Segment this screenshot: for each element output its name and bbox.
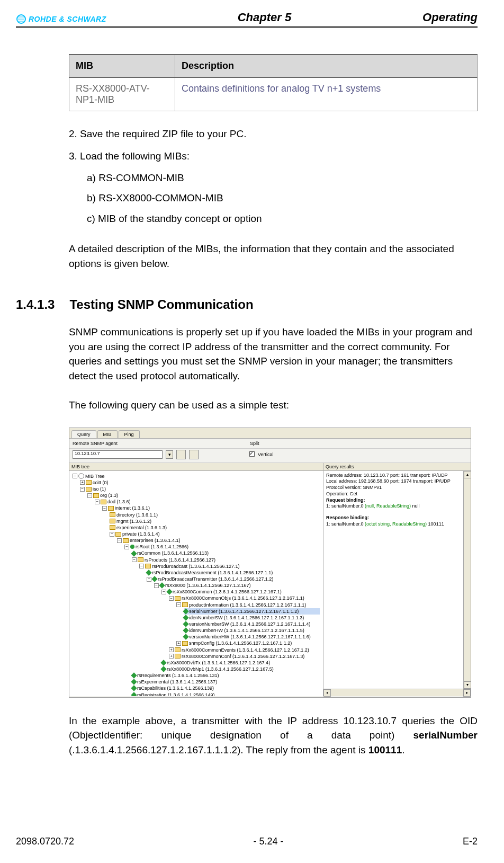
leaf-icon <box>159 583 165 589</box>
ip-dropdown-icon[interactable]: ▾ <box>166 450 173 459</box>
query-results-pane: Query results ▴ ▾ Remote address: 10.123… <box>323 463 471 696</box>
toolbar-button-1[interactable] <box>176 450 186 459</box>
node-icon <box>130 545 134 549</box>
folder-icon <box>93 493 99 498</box>
leaf-icon <box>183 628 188 634</box>
steps-list: 2. Save the required ZIP file to your PC… <box>69 126 478 227</box>
folder-icon <box>138 557 143 562</box>
folder-icon <box>145 564 151 568</box>
section-title: Testing SNMP Communication <box>69 297 253 312</box>
tab-mib[interactable]: MIB <box>97 430 118 438</box>
mib-cell: RS-XX8000-ATV-NP1-MIB <box>69 77 175 111</box>
mib-note: A detailed description of the MIBs, the … <box>69 242 478 271</box>
snmp-intro: SNMP communications is properly set up i… <box>69 325 478 383</box>
chapter-label: Chapter 5 <box>238 11 291 24</box>
leaf-icon <box>131 686 137 691</box>
desc-cell: Contains definitions for analog TV n+1 s… <box>175 77 478 111</box>
tab-ping[interactable]: Ping <box>119 430 140 438</box>
vertical-checkbox[interactable] <box>249 451 255 457</box>
horizontal-scrollbar[interactable]: ◂ ▸ <box>323 689 471 696</box>
step-2: 2. Save the required ZIP file to your PC… <box>69 126 478 142</box>
folder-icon <box>175 647 181 652</box>
desc-col-header: Description <box>175 55 478 77</box>
folder-icon <box>115 532 121 537</box>
mib-tree-pane: MIB tree − MIB Tree + ccitt (0) − iso (1… <box>69 463 323 696</box>
scroll-left-icon[interactable]: ◂ <box>323 689 331 697</box>
scroll-right-icon[interactable]: ▸ <box>463 689 471 697</box>
leaf-icon <box>160 666 166 672</box>
footer-left: 2098.0720.72 <box>16 836 74 847</box>
leaf-icon <box>131 692 137 696</box>
test-intro: The following query can be used as a sim… <box>69 398 478 413</box>
leaf-icon <box>131 550 137 556</box>
step-3b: b) RS-XX8000-COMMON-MIB <box>87 190 478 206</box>
query-results-header: Query results <box>323 463 471 471</box>
folder-icon <box>86 487 92 492</box>
leaf-icon <box>183 621 188 627</box>
folder-icon <box>110 519 115 523</box>
folder-icon <box>110 512 115 517</box>
toolbar-button-2[interactable] <box>189 450 199 459</box>
folder-icon <box>182 602 188 607</box>
mib-table: MIB Description RS-XX8000-ATV-NP1-MIB Co… <box>69 54 478 111</box>
tab-query[interactable]: Query <box>71 430 96 438</box>
split-label: Split <box>250 441 259 446</box>
snmp-app-window: Query MIB Ping Remote SNMP agent Split 1… <box>69 428 471 698</box>
mib-tree-header: MIB tree <box>69 463 323 471</box>
brand-icon <box>16 14 26 24</box>
query-results-body: ▴ ▾ Remote address: 10.123.10.7 port: 16… <box>323 471 471 689</box>
vertical-label: Vertical <box>258 452 274 457</box>
footer-center: - 5.24 - <box>254 836 284 847</box>
step-3: 3. Load the following MIBs: a) RS-COMMON… <box>69 148 478 227</box>
folder-icon <box>123 538 129 543</box>
folder-icon <box>86 480 92 485</box>
folder-icon <box>182 641 188 646</box>
leaf-icon <box>131 679 137 685</box>
footer-right: E-2 <box>463 836 478 847</box>
table-row: RS-XX8000-ATV-NP1-MIB Contains definitio… <box>69 77 478 111</box>
scroll-up-icon[interactable]: ▴ <box>464 471 471 478</box>
leaf-icon <box>183 634 188 640</box>
mib-col-header: MIB <box>69 55 175 77</box>
folder-icon <box>175 596 181 601</box>
page-header: ROHDE & SCHWARZ Chapter 5 Operating <box>16 11 478 28</box>
step-3c: c) MIB of the standby concept or option <box>87 211 478 227</box>
page-footer: 2098.0720.72 - 5.24 - E-2 <box>16 836 478 847</box>
tree-root-icon <box>78 473 84 479</box>
leaf-icon <box>151 576 157 582</box>
app-tabs: Query MIB Ping <box>69 428 471 439</box>
brand-text: ROHDE & SCHWARZ <box>29 15 106 23</box>
section-number: 1.4.1.3 <box>16 297 55 312</box>
vertical-scrollbar[interactable]: ▴ ▾ <box>463 471 471 689</box>
folder-icon <box>101 500 106 504</box>
folder-icon <box>175 654 181 659</box>
scroll-down-icon[interactable]: ▾ <box>464 681 471 689</box>
leaf-icon <box>160 660 166 665</box>
remote-agent-label: Remote SNMP agent <box>73 441 118 446</box>
tree-selected-serialnumber[interactable]: serialNumber (1.3.6.1.4.1.2566.127.1.2.1… <box>189 608 299 615</box>
leaf-icon <box>146 570 151 575</box>
mib-tree[interactable]: − MIB Tree + ccitt (0) − iso (1) − org (… <box>69 471 323 696</box>
leaf-icon <box>131 673 137 679</box>
leaf-icon <box>166 589 172 595</box>
ip-address-input[interactable]: 10.123.10.7 <box>73 450 163 459</box>
folder-icon <box>110 525 115 530</box>
page-title: Operating <box>422 11 478 24</box>
leaf-icon <box>183 608 188 614</box>
section-heading: 1.4.1.3 Testing SNMP Communication <box>16 297 478 312</box>
leaf-icon <box>183 615 188 620</box>
step-3a: a) RS-COMMON-MIB <box>87 170 478 186</box>
brand-logo: ROHDE & SCHWARZ <box>16 14 106 24</box>
folder-icon <box>108 506 114 511</box>
example-description: In the example above, a transmitter with… <box>69 714 478 758</box>
